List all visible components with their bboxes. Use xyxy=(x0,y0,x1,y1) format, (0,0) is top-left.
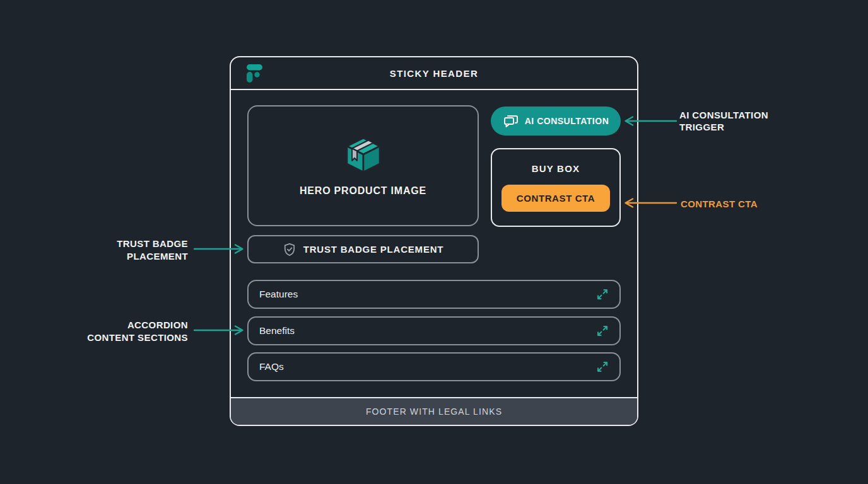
accordion-label: FAQs xyxy=(259,361,284,372)
annotation-arrow-left-orange xyxy=(622,197,677,209)
annotation-accordion-content-sections: ACCORDION CONTENT SECTIONS xyxy=(50,319,188,344)
annotation-arrow-right-teal xyxy=(193,243,246,255)
expand-icon[interactable] xyxy=(596,325,609,337)
accordion-label: Features xyxy=(259,289,298,300)
hero-product-image-placeholder: HERO PRODUCT IMAGE xyxy=(247,105,479,226)
trust-badge-placement: TRUST BADGE PLACEMENT xyxy=(247,235,479,263)
annotation-contrast-cta: CONTRAST CTA xyxy=(681,198,758,210)
hero-product-image-label: HERO PRODUCT IMAGE xyxy=(300,185,426,197)
landing-page-wireframe: STICKY HEADER HERO PRODUCT IMAGE xyxy=(230,56,638,426)
trust-badge-label: TRUST BADGE PLACEMENT xyxy=(303,244,444,255)
chat-bubbles-icon xyxy=(503,113,519,129)
footer-with-legal-links: FOOTER WITH LEGAL LINKS xyxy=(231,397,637,425)
contrast-cta-button[interactable]: CONTRAST CTA xyxy=(501,185,610,212)
footer-label: FOOTER WITH LEGAL LINKS xyxy=(366,406,502,417)
package-icon xyxy=(343,135,384,175)
accordion-row-benefits[interactable]: Benefits xyxy=(247,316,621,345)
wireframe-diagram: STICKY HEADER HERO PRODUCT IMAGE xyxy=(0,0,868,484)
sticky-header: STICKY HEADER xyxy=(231,57,637,90)
sticky-header-label: STICKY HEADER xyxy=(390,68,478,79)
shield-check-icon xyxy=(283,243,296,256)
annotation-trust-badge-placement: TRUST BADGE PLACEMENT xyxy=(50,238,188,263)
accordion-row-features[interactable]: Features xyxy=(247,280,621,309)
ai-consultation-label: AI CONSULTATION xyxy=(525,116,609,126)
accordion-label: Benefits xyxy=(259,325,295,337)
buy-box-title: BUY BOX xyxy=(532,163,580,174)
annotation-arrow-left-teal xyxy=(622,115,677,127)
brand-logo-icon xyxy=(246,64,265,84)
annotation-arrow-right-teal xyxy=(193,325,246,336)
expand-icon[interactable] xyxy=(596,360,609,373)
buy-box: BUY BOX CONTRAST CTA xyxy=(491,148,621,227)
ai-consultation-button[interactable]: AI CONSULTATION xyxy=(491,107,621,135)
accordion-row-faqs[interactable]: FAQs xyxy=(247,352,621,381)
annotation-ai-consultation-trigger: AI CONSULTATION TRIGGER xyxy=(679,109,768,133)
expand-icon[interactable] xyxy=(596,288,609,301)
